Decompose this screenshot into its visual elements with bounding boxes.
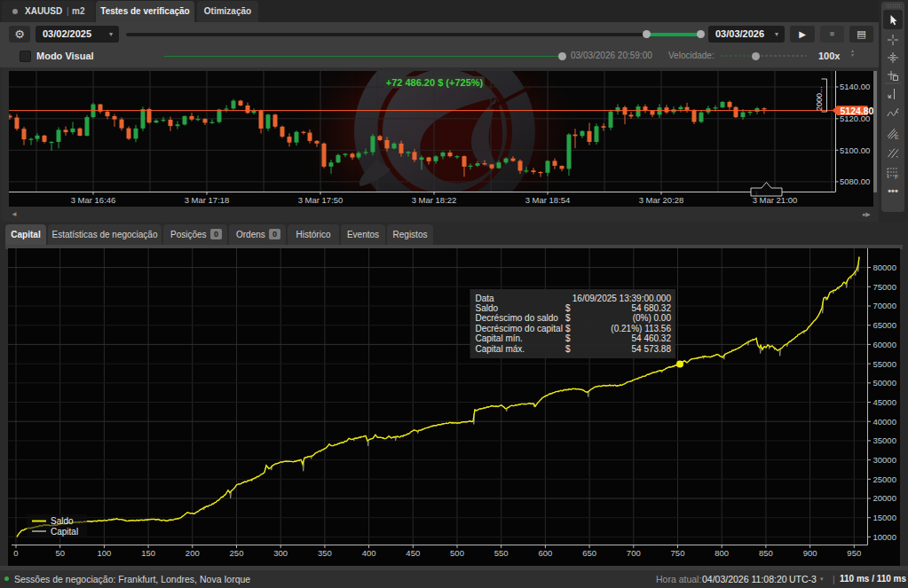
svg-text:300: 300 [273, 548, 288, 558]
svg-text:650: 650 [582, 548, 596, 558]
svg-text:$: $ [565, 303, 571, 313]
svg-text:54 680.32: 54 680.32 [632, 303, 672, 313]
svg-text:Decréscimo do capital: Decréscimo do capital [476, 324, 563, 333]
svg-text:40000: 40000 [873, 417, 896, 427]
svg-text:25000: 25000 [873, 474, 896, 484]
svg-text:50: 50 [55, 548, 65, 558]
svg-text:200: 200 [186, 548, 200, 558]
svg-text:400: 400 [362, 548, 376, 558]
svg-text:55000: 55000 [873, 359, 896, 369]
svg-text:850: 850 [759, 548, 773, 558]
svg-text:20000: 20000 [873, 493, 896, 503]
svg-text:$: $ [565, 333, 571, 343]
svg-text:$: $ [565, 324, 571, 333]
svg-text:500: 500 [450, 548, 464, 558]
svg-text:10000: 10000 [873, 532, 896, 542]
svg-text:700: 700 [627, 548, 641, 558]
svg-text:65000: 65000 [873, 320, 896, 330]
svg-text:0: 0 [13, 548, 18, 558]
svg-text:16/09/2025 13:39:00.000: 16/09/2025 13:39:00.000 [572, 294, 672, 303]
svg-text:450: 450 [406, 548, 420, 558]
svg-text:100: 100 [97, 548, 111, 558]
svg-text:600: 600 [538, 548, 552, 558]
svg-text:50000: 50000 [873, 378, 896, 388]
svg-text:F: F [895, 174, 898, 180]
svg-text:E: E [895, 134, 899, 140]
svg-text:(0%) 0.00: (0%) 0.00 [633, 313, 672, 323]
svg-text:45000: 45000 [873, 397, 896, 407]
svg-text:Capital mín.: Capital mín. [476, 333, 523, 343]
svg-text:80000: 80000 [873, 263, 896, 272]
svg-text:800: 800 [715, 548, 729, 558]
svg-text:900: 900 [803, 548, 817, 558]
svg-text:$: $ [565, 344, 571, 354]
svg-text:15000: 15000 [873, 513, 896, 522]
svg-text:Data: Data [476, 294, 495, 303]
svg-text:Saldo: Saldo [476, 303, 499, 313]
svg-text:70000: 70000 [873, 301, 896, 310]
svg-text:(0.21%) 113.56: (0.21%) 113.56 [611, 324, 671, 333]
svg-text:550: 550 [494, 548, 509, 558]
svg-text:Decréscimo do saldo: Decréscimo do saldo [476, 313, 559, 323]
svg-text:Saldo: Saldo [51, 516, 74, 526]
svg-text:30000: 30000 [873, 455, 896, 465]
svg-text:35000: 35000 [873, 435, 896, 445]
svg-text:54 460.32: 54 460.32 [632, 333, 672, 343]
svg-text:Capital máx.: Capital máx. [476, 344, 525, 354]
svg-text:54 573.88: 54 573.88 [632, 344, 672, 354]
svg-text:150: 150 [141, 548, 155, 558]
svg-text:60000: 60000 [873, 340, 896, 349]
svg-text:950: 950 [847, 548, 861, 558]
svg-text:$: $ [565, 313, 571, 323]
svg-text:Capital: Capital [51, 527, 78, 537]
svg-text:350: 350 [318, 548, 332, 558]
svg-text:75000: 75000 [873, 282, 896, 292]
svg-text:750: 750 [671, 548, 685, 558]
svg-text:•••: ••• [888, 185, 898, 196]
svg-text:250: 250 [230, 548, 244, 558]
